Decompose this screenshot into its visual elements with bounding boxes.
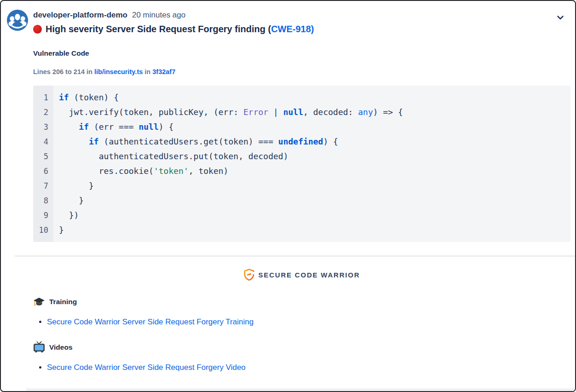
code-text: if (err === null) { xyxy=(53,120,570,134)
training-heading-label: Training xyxy=(49,298,77,306)
code-text: } xyxy=(53,223,570,237)
line-number: 10 xyxy=(33,223,53,237)
code-text: } xyxy=(53,193,570,208)
code-line: 9 }) xyxy=(33,208,570,223)
team-avatar-icon xyxy=(6,9,29,31)
list-item: Secure Code Warrior Server Side Request … xyxy=(47,362,570,373)
commit-link[interactable]: 3f32af7 xyxy=(152,68,175,75)
code-line: 8 } xyxy=(33,193,570,208)
code-line: 6 res.cookie('token', token) xyxy=(33,164,570,179)
scw-shield-icon xyxy=(244,269,254,281)
line-number: 2 xyxy=(33,105,53,120)
line-number: 7 xyxy=(33,179,53,193)
comment-header: developer-platform-demo 20 minutes ago H… xyxy=(1,1,575,35)
videos-list: Secure Code Warrior Server Side Request … xyxy=(33,362,570,373)
lines-meta: Lines 206 to 214 in lib/insecurity.ts in… xyxy=(33,68,570,75)
line-number: 9 xyxy=(33,208,53,223)
line-number: 5 xyxy=(33,149,53,164)
training-list: Secure Code Warrior Server Side Request … xyxy=(33,317,570,328)
finding-title: High severity Server Side Request Forger… xyxy=(33,24,555,35)
secure-code-warrior-logo: SECURE CODE WARRIOR xyxy=(33,269,570,281)
code-text: jwt.verify(token, publicKey, (err: Error… xyxy=(53,105,570,120)
high-severity-icon xyxy=(33,25,42,34)
list-item: Secure Code Warrior Server Side Request … xyxy=(47,317,570,328)
line-number: 6 xyxy=(33,164,53,179)
line-number: 4 xyxy=(33,134,53,149)
code-text: }) xyxy=(53,208,570,223)
line-number: 8 xyxy=(33,193,53,208)
code-block: 1if (token) {2 jwt.verify(token, publicK… xyxy=(33,86,570,242)
file-link[interactable]: lib/insecurity.ts xyxy=(94,68,143,75)
code-line: 5 authenticatedUsers.put(token, decoded) xyxy=(33,149,570,164)
code-line: 7 } xyxy=(33,179,570,193)
training-heading: Training xyxy=(33,296,570,307)
comment-timestamp: 20 minutes ago xyxy=(132,11,185,20)
next-element-edge xyxy=(26,388,575,391)
graduation-cap-icon xyxy=(33,296,45,307)
finding-title-text: High severity Server Side Request Forger… xyxy=(46,24,271,35)
code-line: 2 jwt.verify(token, publicKey, (err: Err… xyxy=(33,105,570,120)
tv-icon xyxy=(33,341,45,353)
code-line: 10} xyxy=(33,223,570,237)
code-line: 1if (token) { xyxy=(33,90,570,105)
lines-range-text: Lines 206 to 214 in xyxy=(33,68,94,75)
video-link[interactable]: Secure Code Warrior Server Side Request … xyxy=(47,363,246,372)
videos-heading-label: Videos xyxy=(49,343,73,352)
code-text: if (token) { xyxy=(53,90,570,105)
code-text: res.cookie('token', token) xyxy=(53,164,570,179)
line-number: 1 xyxy=(33,90,53,105)
chevron-down-icon[interactable] xyxy=(557,15,564,21)
videos-heading: Videos xyxy=(33,341,570,353)
line-number: 3 xyxy=(33,120,53,134)
code-line: 4 if (authenticatedUsers.get(token) === … xyxy=(33,134,570,149)
divider xyxy=(15,255,575,257)
comment-body: Vulnerable Code Lines 206 to 214 in lib/… xyxy=(1,49,575,373)
comment-author[interactable]: developer-platform-demo xyxy=(33,11,127,20)
cwe-link[interactable]: CWE-918) xyxy=(271,24,314,35)
training-link[interactable]: Secure Code Warrior Server Side Request … xyxy=(47,317,253,326)
vulnerable-code-heading: Vulnerable Code xyxy=(33,49,570,58)
code-text: } xyxy=(53,179,570,193)
code-text: if (authenticatedUsers.get(token) === un… xyxy=(53,134,570,149)
code-text: authenticatedUsers.put(token, decoded) xyxy=(53,149,570,164)
header-main: developer-platform-demo 20 minutes ago H… xyxy=(33,9,555,35)
code-line: 3 if (err === null) { xyxy=(33,120,570,134)
avatar[interactable] xyxy=(6,9,29,31)
lines-infix-text: in xyxy=(143,68,152,75)
pr-comment-card: developer-platform-demo 20 minutes ago H… xyxy=(0,0,576,392)
byline: developer-platform-demo 20 minutes ago xyxy=(33,9,555,20)
scw-logo-text: SECURE CODE WARRIOR xyxy=(259,271,360,279)
